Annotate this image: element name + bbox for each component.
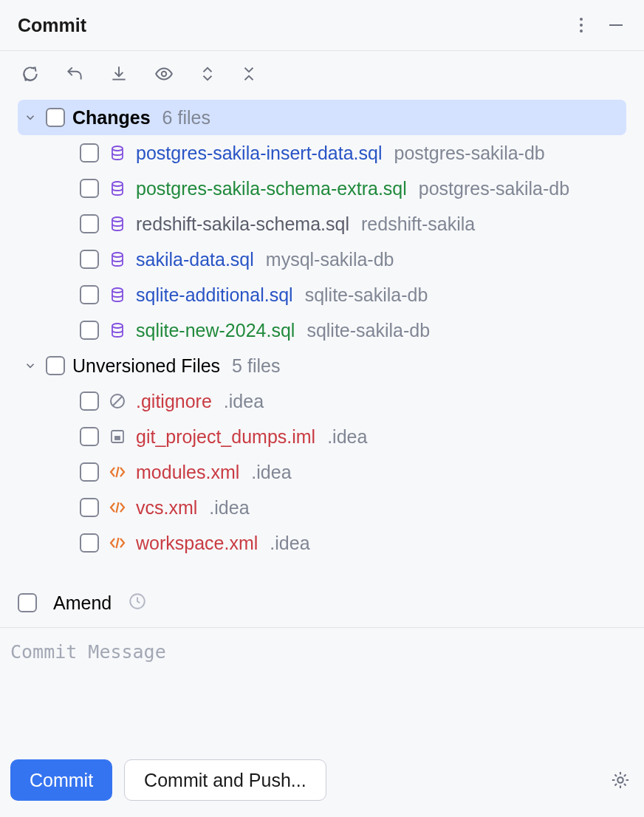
svg-point-4 [162, 72, 167, 77]
commit-message-input[interactable]: Commit Message [0, 627, 644, 748]
svg-point-10 [112, 324, 123, 328]
amend-label: Amend [53, 592, 112, 614]
file-tree: Changes 6 files postgres-sakila-insert-d… [0, 94, 644, 561]
file-checkbox[interactable] [80, 533, 99, 553]
file-row[interactable]: postgres-sakila-insert-data.sqlpostgres-… [18, 135, 626, 171]
changes-count: 6 files [162, 107, 210, 129]
commit-and-push-button[interactable]: Commit and Push... [124, 759, 326, 801]
file-checkbox[interactable] [80, 392, 99, 411]
undo-icon [65, 64, 84, 83]
file-checkbox[interactable] [80, 321, 99, 340]
file-name: postgres-sakila-schema-extra.sql [136, 178, 407, 199]
amend-row: Amend [0, 561, 644, 627]
file-path: postgres-sakila-db [419, 178, 569, 199]
unversioned-list: .gitignore.ideagit_project_dumps.iml.ide… [18, 383, 626, 561]
svg-point-5 [112, 146, 123, 151]
amend-checkbox[interactable] [18, 593, 37, 612]
file-row[interactable]: postgres-sakila-schema-extra.sqlpostgres… [18, 171, 626, 206]
file-name: sqlite-new-2024.sql [136, 320, 295, 341]
file-checkbox[interactable] [80, 498, 99, 517]
code-icon [108, 498, 127, 517]
file-row[interactable]: sqlite-new-2024.sqlsqlite-sakila-db [18, 312, 626, 348]
settings-button[interactable] [607, 767, 634, 793]
svg-point-8 [112, 253, 123, 257]
file-name: redshift-sakila-schema.sql [136, 213, 349, 235]
svg-point-9 [112, 288, 123, 293]
footer: Commit Commit and Push... [0, 748, 644, 817]
file-row[interactable]: redshift-sakila-schema.sqlredshift-sakil… [18, 206, 626, 242]
file-name: sakila-data.sql [136, 249, 254, 270]
rollback-button[interactable] [62, 61, 87, 86]
chevron-down-icon[interactable] [22, 358, 38, 374]
file-checkbox[interactable] [80, 214, 99, 233]
collapse-all-button[interactable] [238, 61, 260, 86]
file-path: .idea [327, 426, 367, 448]
database-icon [108, 179, 127, 198]
code-icon [108, 462, 127, 482]
unversioned-count: 5 files [232, 355, 280, 377]
svg-line-17 [117, 538, 119, 548]
history-button[interactable] [128, 592, 147, 614]
file-checkbox[interactable] [80, 462, 99, 482]
toolbar [0, 51, 644, 94]
database-icon [108, 143, 127, 163]
unversioned-label: Unversioned Files [72, 355, 220, 377]
file-path: sqlite-sakila-db [306, 320, 430, 341]
file-row[interactable]: workspace.xml.idea [18, 525, 626, 561]
minimize-icon [607, 16, 625, 34]
database-icon [108, 214, 127, 233]
file-row[interactable]: sakila-data.sqlmysql-sakila-db [18, 242, 626, 277]
refresh-button[interactable] [18, 61, 43, 86]
svg-line-12 [113, 397, 122, 406]
file-checkbox[interactable] [80, 179, 99, 198]
chevron-down-icon[interactable] [22, 109, 38, 126]
module-icon [108, 427, 127, 446]
changes-checkbox[interactable] [46, 108, 65, 127]
panel-header: Commit [0, 0, 644, 51]
file-path: .idea [251, 462, 291, 483]
file-row[interactable]: modules.xml.idea [18, 454, 626, 490]
changes-section-header[interactable]: Changes 6 files [18, 100, 626, 135]
svg-point-7 [112, 217, 123, 222]
file-row[interactable]: .gitignore.idea [18, 383, 626, 419]
svg-line-16 [117, 502, 119, 513]
download-icon [109, 64, 129, 83]
ignore-icon [108, 392, 127, 411]
preview-diff-button[interactable] [151, 61, 177, 86]
file-checkbox[interactable] [80, 250, 99, 269]
database-icon [108, 250, 127, 269]
svg-point-0 [580, 18, 583, 21]
file-row[interactable]: sqlite-additional.sqlsqlite-sakila-db [18, 277, 626, 312]
file-path: mysql-sakila-db [266, 249, 394, 270]
file-path: redshift-sakila [361, 213, 475, 235]
file-name: workspace.xml [136, 533, 258, 554]
database-icon [108, 321, 127, 340]
file-path: .idea [224, 391, 264, 412]
unversioned-section-header[interactable]: Unversioned Files 5 files [18, 348, 626, 383]
unversioned-checkbox[interactable] [46, 356, 65, 375]
file-name: modules.xml [136, 462, 239, 483]
file-name: postgres-sakila-insert-data.sql [136, 143, 382, 164]
changes-list: postgres-sakila-insert-data.sqlpostgres-… [18, 135, 626, 348]
file-row[interactable]: git_project_dumps.iml.idea [18, 419, 626, 454]
svg-point-2 [580, 30, 583, 33]
file-path: postgres-sakila-db [394, 143, 544, 164]
file-row[interactable]: vcs.xml.idea [18, 490, 626, 525]
more-actions-button[interactable] [576, 13, 586, 37]
svg-point-6 [112, 182, 123, 186]
file-checkbox[interactable] [80, 285, 99, 304]
file-name: sqlite-additional.sql [136, 284, 293, 306]
file-path: .idea [270, 533, 309, 554]
clock-icon [128, 592, 147, 611]
svg-rect-14 [115, 437, 120, 440]
commit-button[interactable]: Commit [10, 759, 112, 801]
eye-icon [154, 64, 174, 83]
file-checkbox[interactable] [80, 427, 99, 446]
svg-line-15 [117, 467, 119, 477]
shelve-button[interactable] [106, 61, 131, 86]
file-path: .idea [209, 497, 249, 519]
header-actions [576, 13, 628, 37]
expand-all-button[interactable] [196, 61, 219, 86]
file-checkbox[interactable] [80, 143, 99, 163]
minimize-button[interactable] [604, 13, 628, 37]
